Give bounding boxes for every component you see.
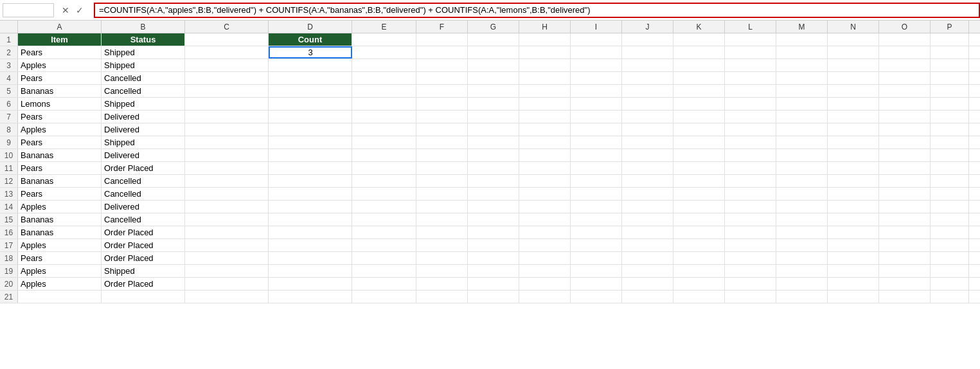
cell-g18[interactable] <box>468 252 519 264</box>
cell-a14[interactable]: Apples <box>18 201 102 213</box>
cell-i9[interactable] <box>571 136 622 148</box>
cell-g2[interactable] <box>468 46 519 59</box>
cell-o9[interactable] <box>879 136 931 148</box>
cell-h2[interactable] <box>519 46 571 59</box>
cell-m16[interactable] <box>776 226 828 239</box>
cell-d2[interactable]: 3 <box>269 46 352 59</box>
cell-m17[interactable] <box>776 239 828 251</box>
cell-l18[interactable] <box>725 252 776 264</box>
cell-b5[interactable]: Cancelled <box>102 85 185 97</box>
row-num-15[interactable]: 15 <box>0 213 18 226</box>
cell-p15[interactable] <box>931 213 969 226</box>
col-header-d[interactable]: D <box>269 21 352 33</box>
cell-l7[interactable] <box>725 111 776 123</box>
cell-i2[interactable] <box>571 46 622 59</box>
cell-e20[interactable] <box>352 278 416 290</box>
cell-j13[interactable] <box>622 188 673 200</box>
cell-f2[interactable] <box>416 46 468 59</box>
cell-m13[interactable] <box>776 188 828 200</box>
cell-k21[interactable] <box>673 291 725 303</box>
row-num-12[interactable]: 12 <box>0 175 18 187</box>
cell-a17[interactable]: Apples <box>18 239 102 251</box>
row-num-20[interactable]: 20 <box>0 278 18 290</box>
cell-a5[interactable]: Bananas <box>18 85 102 97</box>
cell-f9[interactable] <box>416 136 468 148</box>
cell-d8[interactable] <box>269 123 352 136</box>
cell-h21[interactable] <box>519 291 571 303</box>
cell-i7[interactable] <box>571 111 622 123</box>
cell-o17[interactable] <box>879 239 931 251</box>
cell-o20[interactable] <box>879 278 931 290</box>
cell-f8[interactable] <box>416 123 468 136</box>
cell-h3[interactable] <box>519 59 571 71</box>
cell-a2[interactable]: Pears <box>18 46 102 59</box>
cell-m8[interactable] <box>776 123 828 136</box>
cell-b12[interactable]: Cancelled <box>102 175 185 187</box>
cell-e21[interactable] <box>352 291 416 303</box>
cell-a9[interactable]: Pears <box>18 136 102 148</box>
cell-l9[interactable] <box>725 136 776 148</box>
cell-n3[interactable] <box>828 59 879 71</box>
cell-d10[interactable] <box>269 149 352 161</box>
cell-j6[interactable] <box>622 98 673 110</box>
cell-p9[interactable] <box>931 136 969 148</box>
cell-e16[interactable] <box>352 226 416 239</box>
cell-d7[interactable] <box>269 111 352 123</box>
cell-p1[interactable] <box>931 33 969 46</box>
cell-e18[interactable] <box>352 252 416 264</box>
cell-d20[interactable] <box>269 278 352 290</box>
row-num-13[interactable]: 13 <box>0 188 18 200</box>
cell-i12[interactable] <box>571 175 622 187</box>
cell-c7[interactable] <box>185 111 269 123</box>
cell-c13[interactable] <box>185 188 269 200</box>
cell-m10[interactable] <box>776 149 828 161</box>
cell-a11[interactable]: Pears <box>18 162 102 174</box>
cell-k4[interactable] <box>673 72 725 84</box>
cell-g1[interactable] <box>468 33 519 46</box>
cell-l10[interactable] <box>725 149 776 161</box>
cell-j20[interactable] <box>622 278 673 290</box>
cell-h6[interactable] <box>519 98 571 110</box>
cell-c16[interactable] <box>185 226 269 239</box>
cell-h14[interactable] <box>519 201 571 213</box>
cell-l21[interactable] <box>725 291 776 303</box>
cell-e3[interactable] <box>352 59 416 71</box>
row-num-18[interactable]: 18 <box>0 252 18 264</box>
cell-f3[interactable] <box>416 59 468 71</box>
cell-n12[interactable] <box>828 175 879 187</box>
cell-b1[interactable]: Status <box>102 33 185 46</box>
cell-l19[interactable] <box>725 265 776 277</box>
cell-d16[interactable] <box>269 226 352 239</box>
cell-j9[interactable] <box>622 136 673 148</box>
cell-d5[interactable] <box>269 85 352 97</box>
cell-e14[interactable] <box>352 201 416 213</box>
cell-p12[interactable] <box>931 175 969 187</box>
cell-f15[interactable] <box>416 213 468 226</box>
cell-l5[interactable] <box>725 85 776 97</box>
cell-p10[interactable] <box>931 149 969 161</box>
cell-k11[interactable] <box>673 162 725 174</box>
cell-n14[interactable] <box>828 201 879 213</box>
cell-a3[interactable]: Apples <box>18 59 102 71</box>
cell-h13[interactable] <box>519 188 571 200</box>
cell-n21[interactable] <box>828 291 879 303</box>
cell-g15[interactable] <box>468 213 519 226</box>
cell-d12[interactable] <box>269 175 352 187</box>
cell-m15[interactable] <box>776 213 828 226</box>
cell-p2[interactable] <box>931 46 969 59</box>
cell-p5[interactable] <box>931 85 969 97</box>
cell-g9[interactable] <box>468 136 519 148</box>
cell-k9[interactable] <box>673 136 725 148</box>
cell-l12[interactable] <box>725 175 776 187</box>
cell-a7[interactable]: Pears <box>18 111 102 123</box>
cell-k5[interactable] <box>673 85 725 97</box>
cell-a13[interactable]: Pears <box>18 188 102 200</box>
col-header-a[interactable]: A <box>18 21 102 33</box>
cell-o3[interactable] <box>879 59 931 71</box>
col-header-o[interactable]: O <box>879 21 931 33</box>
cell-g17[interactable] <box>468 239 519 251</box>
cell-f14[interactable] <box>416 201 468 213</box>
cell-i14[interactable] <box>571 201 622 213</box>
cell-c4[interactable] <box>185 72 269 84</box>
cell-c3[interactable] <box>185 59 269 71</box>
